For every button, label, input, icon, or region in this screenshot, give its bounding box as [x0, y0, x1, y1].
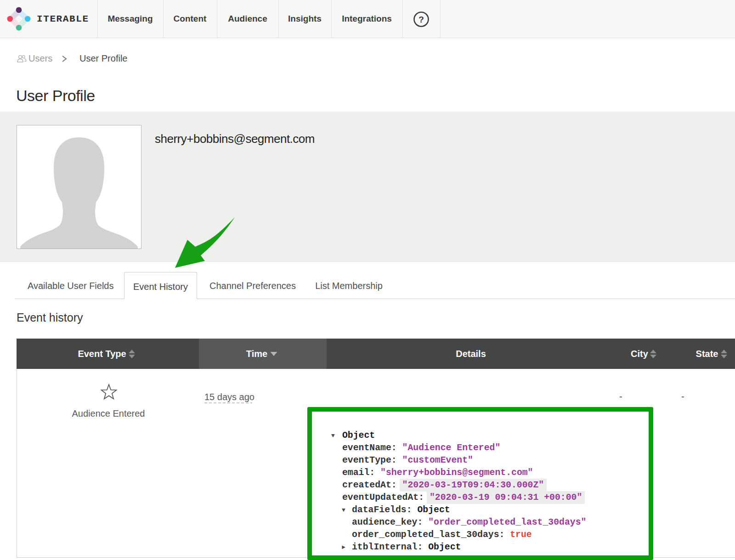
svg-text:?: ? [418, 15, 424, 24]
